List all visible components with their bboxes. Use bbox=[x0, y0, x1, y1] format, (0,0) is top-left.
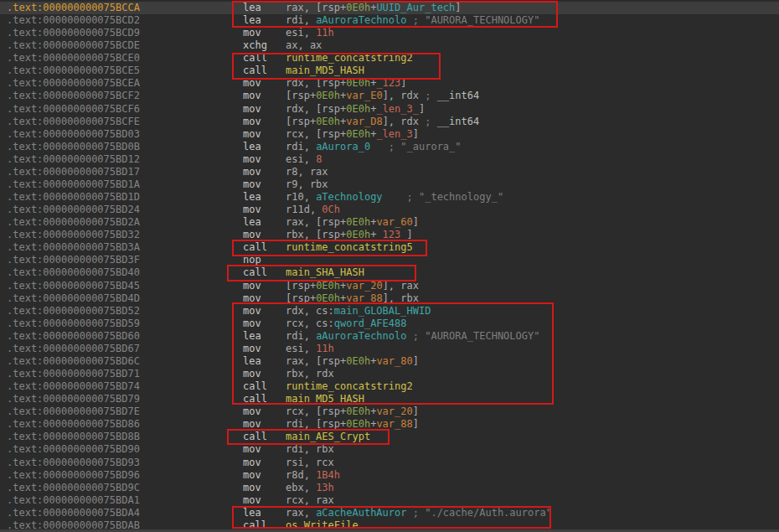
address: .text:000000000075BD40 bbox=[7, 266, 140, 279]
disassembly-listing: .text:000000000075BCCAlearax, [rsp+0E0h+… bbox=[0, 0, 779, 532]
disasm-line[interactable]: .text:000000000075BD3Acallruntime_concat… bbox=[0, 241, 779, 254]
operand-token: [rsp+ bbox=[286, 116, 316, 127]
mnemonic: mov bbox=[243, 77, 261, 90]
operand-token: [rsp+ bbox=[286, 90, 316, 101]
operands: runtime_concatstring5 bbox=[286, 241, 413, 254]
disasm-line[interactable]: .text:000000000075BD1Amovr9, rbx bbox=[0, 178, 779, 191]
operand-token: r10, bbox=[286, 191, 316, 203]
disasm-line[interactable]: .text:000000000075BD45mov[rsp+0E0h+var_2… bbox=[0, 280, 779, 292]
operand-token: var_20 bbox=[346, 280, 382, 292]
disasm-line[interactable]: .text:000000000075BD67movesi, 11h bbox=[0, 343, 779, 355]
disasm-line[interactable]: .text:000000000075BCCAlearax, [rsp+0E0h+… bbox=[0, 2, 779, 14]
address: .text:000000000075BD2A bbox=[7, 216, 140, 229]
operand-token: rbx, [rsp+ bbox=[286, 229, 346, 240]
operand-token: rdx, cs: bbox=[286, 305, 334, 317]
mnemonic: lea bbox=[243, 216, 261, 229]
disasm-line[interactable]: .text:000000000075BD8Bcallmain_AES_Crypt bbox=[0, 431, 779, 443]
disasm-line[interactable]: .text:000000000075BD12movesi, 8 bbox=[0, 153, 779, 166]
disasm-line[interactable]: .text:000000000075BD24movr11d, 0Ch bbox=[0, 204, 779, 216]
disasm-line[interactable]: .text:000000000075BD79callmain_MD5_HASH bbox=[0, 393, 779, 405]
address: .text:000000000075BD79 bbox=[7, 393, 140, 405]
disasm-line[interactable]: .text:000000000075BD86movrdi, [rsp+0E0h+… bbox=[0, 418, 779, 431]
operand-token: ], rdx bbox=[383, 116, 426, 127]
operands: rbx, rdx bbox=[286, 368, 334, 380]
mnemonic: call bbox=[243, 266, 267, 279]
operand-token: r8d, bbox=[286, 469, 316, 481]
disasm-line[interactable]: .text:000000000075BD59movrcx, cs:qword_A… bbox=[0, 318, 779, 330]
disasm-line[interactable]: .text:000000000075BD7Emovrcx, [rsp+0E0h+… bbox=[0, 405, 779, 418]
operands: main_AES_Crypt bbox=[286, 431, 370, 443]
disasm-line[interactable]: .text:000000000075BD71movrbx, rdx bbox=[0, 368, 779, 380]
disasm-line[interactable]: .text:000000000075BD40callmain_SHA_HASH bbox=[0, 266, 779, 279]
operand-token: _123_ bbox=[376, 229, 406, 240]
address: .text:000000000075BD96 bbox=[7, 469, 140, 482]
operand-token: ; "AURORA_TECHNOLOGY" bbox=[413, 330, 540, 342]
mnemonic: lea bbox=[243, 507, 261, 519]
operands: rax, [rsp+0E0h+var_80] bbox=[286, 355, 419, 368]
operand-token: _123 bbox=[376, 77, 400, 89]
disasm-line[interactable]: .text:000000000075BD96movr8d, 1B4h bbox=[0, 469, 779, 482]
operand-token: var_88 bbox=[376, 418, 412, 430]
disasm-line[interactable]: .text:000000000075BCD2leardi, aAuroraTec… bbox=[0, 14, 779, 27]
disasm-line[interactable]: .text:000000000075BD2Alearax, [rsp+0E0h+… bbox=[0, 216, 779, 229]
operand-token: 11h bbox=[316, 343, 334, 354]
disasm-line[interactable]: .text:000000000075BD1Dlear10, aTechnolog… bbox=[0, 191, 779, 204]
mnemonic: mov bbox=[243, 482, 261, 494]
operand-token: runtime_concatstring2 bbox=[286, 52, 413, 64]
operand-token: rcx, cs: bbox=[286, 318, 334, 329]
operand-token: rcx, [rsp+ bbox=[286, 405, 346, 417]
disasm-line[interactable]: .text:000000000075BD0Bleardi, aAurora_0 … bbox=[0, 141, 779, 153]
disasm-line[interactable]: .text:000000000075BCE0callruntime_concat… bbox=[0, 52, 779, 65]
operand-token: 0E0h bbox=[346, 128, 370, 140]
operands: rax, aCacheAuthAuror ; "./cache/Auth.aur… bbox=[286, 507, 552, 519]
operand-token: [rsp+ bbox=[286, 292, 316, 304]
operand-token: 0E0h bbox=[346, 405, 370, 417]
disasm-line[interactable]: .text:000000000075BD60leardi, aAuroraTec… bbox=[0, 330, 779, 343]
disasm-line[interactable]: .text:000000000075BCDExchgax, ax bbox=[0, 39, 779, 52]
disasm-line[interactable]: .text:000000000075BCF2mov[rsp+0E0h+var_E… bbox=[0, 90, 779, 102]
operand-token: var_E0 bbox=[346, 90, 382, 101]
disasm-line[interactable]: .text:000000000075BD93movrsi, rcx bbox=[0, 457, 779, 469]
disasm-line[interactable]: .text:000000000075BD9Cmovebx, 13h bbox=[0, 482, 779, 494]
operand-token: ] bbox=[419, 103, 425, 115]
disasm-line[interactable]: .text:000000000075BD32movrbx, [rsp+0E0h+… bbox=[0, 229, 779, 241]
disasm-line[interactable]: .text:000000000075BD17movr8, rax bbox=[0, 166, 779, 178]
mnemonic: call bbox=[243, 241, 267, 254]
mnemonic: mov bbox=[243, 128, 261, 141]
disasm-line[interactable]: .text:000000000075BCD9movesi, 11h bbox=[0, 27, 779, 39]
disasm-line[interactable]: .text:000000000075BD52movrdx, cs:main_GL… bbox=[0, 305, 779, 318]
disasm-line[interactable]: .text:000000000075BCEAmovrdx, [rsp+0E0h+… bbox=[0, 77, 779, 90]
address: .text:000000000075BD1D bbox=[7, 191, 140, 204]
operands: r9, rbx bbox=[286, 178, 328, 191]
disasm-line[interactable]: .text:000000000075BD90movrdi, rbx bbox=[0, 443, 779, 456]
disasm-line[interactable]: .text:000000000075BDA1movrcx, rax bbox=[0, 494, 779, 507]
operand-token: ], rax bbox=[383, 280, 419, 292]
disasm-line[interactable]: .text:000000000075BD6Clearax, [rsp+0E0h+… bbox=[0, 355, 779, 368]
operand-token bbox=[383, 191, 407, 203]
operand-token bbox=[407, 507, 413, 519]
operand-token: rsi, rcx bbox=[286, 457, 334, 468]
operand-token: rax, [rsp+ bbox=[286, 2, 346, 13]
mnemonic: mov bbox=[243, 116, 261, 128]
mnemonic: mov bbox=[243, 204, 261, 216]
disasm-line[interactable]: .text:000000000075BCF6movrdx, [rsp+0E0h+… bbox=[0, 103, 779, 116]
disasm-line[interactable]: .text:000000000075BD3Fnop bbox=[0, 254, 779, 266]
operands: r8, rax bbox=[286, 166, 328, 178]
operand-token: ; "_aurora_" bbox=[389, 141, 462, 152]
mnemonic: mov bbox=[243, 166, 261, 178]
address: .text:000000000075BCD9 bbox=[7, 27, 140, 39]
disasm-line[interactable]: .text:000000000075BD03movrcx, [rsp+0E0h+… bbox=[0, 128, 779, 141]
disasm-line[interactable]: .text:000000000075BD74callruntime_concat… bbox=[0, 380, 779, 393]
operand-token: 0E0h bbox=[346, 355, 370, 367]
operand-token: aTechnology bbox=[316, 191, 382, 203]
operand-token: ; bbox=[425, 90, 436, 101]
mnemonic: lea bbox=[243, 355, 261, 368]
disasm-line[interactable]: .text:000000000075BDA4learax, aCacheAuth… bbox=[0, 507, 779, 519]
operand-token: aAurora_0 bbox=[316, 141, 370, 152]
disasm-line[interactable]: .text:000000000075BCFEmov[rsp+0E0h+var_D… bbox=[0, 116, 779, 128]
mnemonic: call bbox=[243, 380, 267, 393]
operands: [rsp+0E0h+var_D8], rdx ; __int64 bbox=[286, 116, 479, 128]
operands: rdi, rbx bbox=[286, 443, 334, 456]
disasm-line[interactable]: .text:000000000075BCE5callmain_MD5_HASH bbox=[0, 65, 779, 77]
disasm-line[interactable]: .text:000000000075BD4Dmov[rsp+0E0h+var_8… bbox=[0, 292, 779, 305]
